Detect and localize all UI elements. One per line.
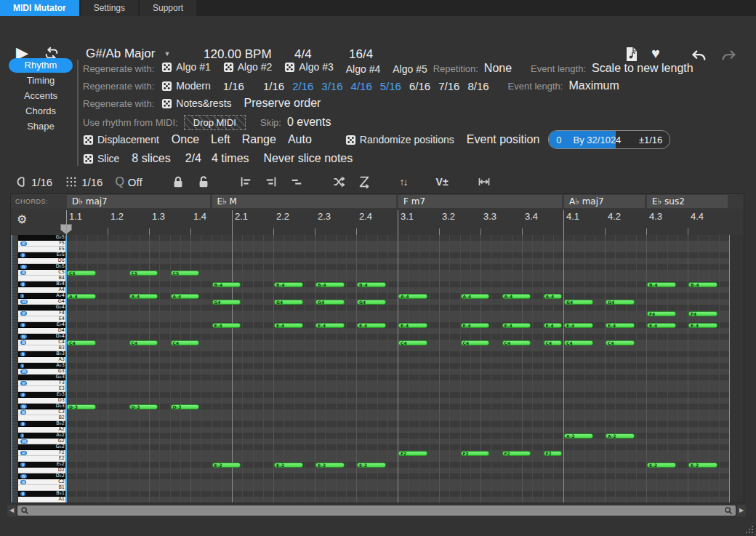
- midi-note-e-4[interactable]: E♭4: [564, 323, 593, 328]
- timeline-ruler[interactable]: ⚙ 1.11.21.31.42.12.22.32.43.13.23.33.44.…: [11, 209, 744, 235]
- algo-option-algo-5[interactable]: Algo #5: [393, 63, 427, 75]
- chord-region-e-m[interactable]: E♭ M: [212, 195, 397, 208]
- unrandomize-button[interactable]: [358, 175, 371, 188]
- midi-note-a-4[interactable]: A♭4: [502, 294, 531, 299]
- grid-snap-tool[interactable]: 1/16: [65, 175, 102, 188]
- fraction-toggle-2-16[interactable]: 2/16: [292, 80, 313, 92]
- midi-note-a-4[interactable]: A♭4: [67, 294, 96, 299]
- midi-note-e-4[interactable]: E♭4: [647, 323, 676, 328]
- slice-times-value[interactable]: 4 times: [212, 152, 249, 165]
- midi-note-f2[interactable]: F2: [461, 451, 490, 456]
- midi-note-e-4[interactable]: E♭4: [502, 323, 531, 328]
- displacement-option-auto[interactable]: Auto: [288, 133, 312, 145]
- fraction-toggle-5-16[interactable]: 5/16: [380, 80, 401, 92]
- tab-midi-mutator[interactable]: MIDI Mutator: [0, 0, 79, 16]
- midi-note-e-4[interactable]: E♭4: [544, 323, 563, 328]
- midi-note-b-4[interactable]: B♭4: [357, 282, 386, 287]
- algo-option-algo-1[interactable]: Algo #1: [161, 61, 210, 73]
- midi-note-e-2[interactable]: E♭2: [212, 463, 241, 468]
- randomize-amount-slider[interactable]: 0 By 32/1024 ±1/16: [548, 130, 670, 149]
- midi-note-e-2[interactable]: E♭2: [647, 463, 676, 468]
- midi-note-c4[interactable]: C4: [564, 340, 593, 345]
- midi-note-g4[interactable]: G4: [564, 300, 593, 305]
- midi-note-g4[interactable]: G4: [212, 300, 241, 305]
- midi-note-c4[interactable]: C4: [461, 340, 490, 345]
- drop-midi-zone[interactable]: Drop MIDI: [184, 115, 246, 130]
- sidebar-item-timing[interactable]: Timing: [9, 73, 73, 88]
- midi-note-a-4[interactable]: A♭4: [171, 294, 200, 299]
- unlock-button[interactable]: [197, 175, 210, 188]
- fraction-toggle-7-16[interactable]: 7/16: [438, 80, 459, 92]
- midi-note-c4[interactable]: C4: [544, 340, 563, 345]
- midi-note-c5[interactable]: C5: [129, 271, 158, 276]
- midi-note-b-4[interactable]: B♭4: [647, 282, 676, 287]
- transpose-updown-button[interactable]: ↑↓: [400, 176, 407, 188]
- algo-option-algo-3[interactable]: Algo #3: [284, 61, 333, 73]
- preserve-order-value[interactable]: Preserve order: [244, 97, 321, 110]
- midi-note-c5[interactable]: C5: [171, 271, 200, 276]
- midi-note-d-3[interactable]: D♭3: [171, 404, 200, 409]
- midi-note-a-4[interactable]: A♭4: [129, 294, 158, 299]
- fraction-toggle-6-16[interactable]: 6/16: [409, 80, 430, 92]
- notesrests-mode-button[interactable]: Notes&rests: [161, 97, 231, 109]
- skip-value[interactable]: 0 events: [287, 116, 331, 129]
- scroll-right-button[interactable]: ▶: [737, 505, 746, 516]
- midi-note-e-4[interactable]: E♭4: [688, 323, 717, 328]
- midi-note-c4[interactable]: C4: [398, 340, 427, 345]
- fraction-toggle-8-16[interactable]: 8/16: [467, 80, 488, 92]
- midi-note-a-2[interactable]: A♭2: [564, 433, 593, 439]
- event-length-tool[interactable]: 1/16: [15, 175, 52, 188]
- align-right-button[interactable]: [265, 175, 278, 188]
- midi-note-e-2[interactable]: E♭2: [315, 463, 345, 468]
- midi-note-b-4[interactable]: B♭4: [212, 282, 241, 287]
- midi-note-a-2[interactable]: A♭2: [606, 433, 635, 439]
- vertical-scroll-strip[interactable]: [11, 235, 17, 503]
- sidebar-item-chords[interactable]: Chords: [9, 104, 73, 119]
- midi-note-a-4[interactable]: A♭4: [398, 294, 427, 299]
- displacement-option-range[interactable]: Range: [242, 133, 276, 145]
- piano-key-a1[interactable]: A1: [18, 497, 66, 503]
- event-length-value[interactable]: Scale to new length: [592, 62, 693, 75]
- playhead-line[interactable]: [65, 235, 67, 503]
- midi-note-g4[interactable]: G4: [315, 300, 345, 305]
- zoom-in-icon[interactable]: [724, 506, 733, 515]
- tab-settings[interactable]: Settings: [81, 0, 138, 16]
- midi-note-a-4[interactable]: A♭4: [544, 294, 563, 299]
- midi-note-f2[interactable]: F2: [398, 451, 427, 456]
- modern-base-value[interactable]: 1/16: [223, 80, 244, 92]
- midi-note-e-4[interactable]: E♭4: [212, 323, 241, 328]
- midi-note-g4[interactable]: G4: [606, 300, 635, 305]
- event-length-value[interactable]: Maximum: [568, 79, 619, 92]
- midi-note-f2[interactable]: F2: [502, 451, 531, 456]
- chord-region-d-maj7[interactable]: D♭ maj7: [67, 195, 210, 208]
- displacement-button[interactable]: Displacement: [83, 134, 159, 145]
- resize-grip[interactable]: [745, 525, 754, 534]
- modern-mode-button[interactable]: Modern: [161, 80, 210, 92]
- displacement-option-once[interactable]: Once: [172, 133, 199, 145]
- repetition-value[interactable]: None: [484, 62, 512, 75]
- midi-note-g4[interactable]: G4: [357, 300, 386, 305]
- midi-note-c4[interactable]: C4: [67, 340, 96, 345]
- randomize-positions-button[interactable]: Randomize positions: [345, 134, 454, 145]
- equalize-button[interactable]: [290, 175, 303, 188]
- midi-note-e-4[interactable]: E♭4: [357, 323, 386, 328]
- fraction-toggle-3-16[interactable]: 3/16: [321, 80, 342, 92]
- midi-note-e-4[interactable]: E♭4: [315, 323, 345, 328]
- quantize-tool[interactable]: Q Off: [115, 175, 142, 188]
- midi-note-b-4[interactable]: B♭4: [274, 282, 303, 287]
- midi-note-g4[interactable]: G4: [274, 300, 303, 305]
- align-left-button[interactable]: [239, 175, 252, 188]
- midi-note-f4[interactable]: F4: [688, 311, 717, 316]
- tab-support[interactable]: Support: [140, 0, 196, 16]
- midi-note-e-2[interactable]: E♭2: [357, 463, 386, 468]
- fraction-toggle-1-16[interactable]: 1/16: [263, 80, 284, 92]
- sidebar-item-rhythm[interactable]: Rhythm: [9, 58, 73, 73]
- fraction-toggle-4-16[interactable]: 4/16: [351, 80, 372, 92]
- algo-option-algo-4[interactable]: Algo #4: [346, 63, 380, 75]
- midi-note-e-2[interactable]: E♭2: [688, 463, 717, 468]
- slice-button[interactable]: Slice: [83, 153, 119, 164]
- midi-note-c5[interactable]: C5: [67, 271, 96, 276]
- sidebar-item-shape[interactable]: Shape: [9, 119, 73, 134]
- scroll-left-button[interactable]: ◀: [7, 505, 16, 516]
- midi-note-e-4[interactable]: E♭4: [461, 323, 490, 328]
